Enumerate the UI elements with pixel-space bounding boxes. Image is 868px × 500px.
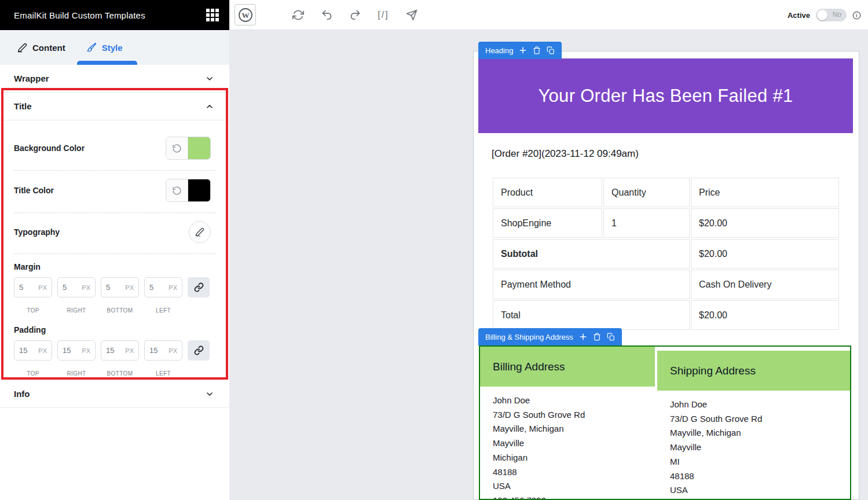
- chevron-up-icon: [205, 102, 214, 111]
- side-label-right: RIGHT: [57, 370, 96, 377]
- typography-edit-button[interactable]: [189, 221, 211, 243]
- header-quantity: Quantity: [603, 178, 690, 207]
- side-label-bottom: BOTTOM: [101, 307, 139, 314]
- padding-right-input[interactable]: [63, 346, 78, 355]
- toolbar-icon-group: [/]: [292, 9, 418, 21]
- background-color-control: [166, 137, 211, 160]
- margin-left-field: PX: [144, 277, 182, 297]
- unit-label: PX: [38, 347, 47, 354]
- order-details-table[interactable]: Product Quantity Price ShopEngine 1 $20.…: [492, 177, 840, 331]
- margin-inputs: PX PX PX PX: [14, 277, 215, 297]
- toolbar-right-group: Active No: [788, 0, 861, 30]
- info-icon[interactable]: [852, 11, 861, 20]
- unit-label: PX: [169, 284, 177, 291]
- active-toggle[interactable]: No: [816, 9, 847, 21]
- delete-element-icon[interactable]: [593, 333, 601, 341]
- section-title[interactable]: Title: [0, 93, 229, 120]
- section-wrapper-label: Wrapper: [14, 73, 49, 83]
- active-tab-indicator: [77, 61, 137, 65]
- delete-element-icon[interactable]: [533, 46, 541, 54]
- margin-top-field: PX: [14, 277, 52, 297]
- cell-price: $20.00: [691, 208, 839, 238]
- duplicate-element-icon[interactable]: [547, 46, 555, 54]
- background-color-label: Background Color: [14, 144, 85, 153]
- title-color-control: [166, 179, 211, 202]
- unit-label: PX: [82, 284, 90, 291]
- margin-right-field: PX: [57, 277, 96, 297]
- reset-icon[interactable]: [166, 179, 188, 201]
- typography-row: Typography: [14, 213, 215, 253]
- unit-label: PX: [38, 284, 47, 291]
- typography-label: Typography: [14, 227, 60, 237]
- padding-bottom-field: PX: [101, 340, 139, 361]
- add-element-icon[interactable]: [519, 46, 527, 54]
- side-label-top: TOP: [14, 307, 52, 314]
- top-toolbar: W [/] Active: [229, 0, 868, 30]
- app-title: EmailKit Build Custom Templates: [14, 10, 145, 20]
- undo-icon[interactable]: [320, 9, 333, 21]
- address-element-badge[interactable]: Billing & Shipping Address: [478, 328, 622, 345]
- address-line: Mayville, Michigan: [670, 426, 851, 440]
- address-line: USA: [493, 479, 655, 494]
- send-test-email-icon[interactable]: [405, 9, 418, 21]
- margin-bottom-field: PX: [101, 277, 139, 297]
- redo-icon[interactable]: [349, 9, 361, 21]
- tab-style-label: Style: [102, 43, 123, 53]
- active-label: Active: [788, 11, 810, 20]
- cell-total-value: $20.00: [691, 300, 839, 330]
- wp-letter: W: [241, 10, 249, 19]
- emailkit-builder-app: EmailKit Build Custom Templates Content …: [0, 0, 868, 500]
- margin-left-input[interactable]: [149, 283, 164, 292]
- tab-content-label: Content: [32, 43, 65, 53]
- side-label-top: TOP: [14, 370, 52, 377]
- settings-sidebar: EmailKit Build Custom Templates Content …: [0, 0, 229, 500]
- tab-content[interactable]: Content: [17, 43, 65, 53]
- apps-grid-icon[interactable]: [206, 9, 219, 21]
- refresh-icon[interactable]: [292, 9, 305, 21]
- unit-label: PX: [125, 347, 134, 354]
- cell-payment-label: Payment Method: [493, 270, 690, 299]
- add-element-icon[interactable]: [579, 333, 587, 341]
- address-line: Mayville: [493, 436, 655, 451]
- padding-top-field: PX: [14, 340, 52, 361]
- title-color-swatch[interactable]: [188, 179, 210, 201]
- address-line: 48188: [493, 465, 655, 480]
- side-label-right: RIGHT: [57, 307, 96, 314]
- header-price: Price: [691, 178, 839, 207]
- padding-side-labels: TOP RIGHT BOTTOM LEFT: [14, 370, 215, 377]
- padding-left-input[interactable]: [149, 346, 164, 355]
- margin-link-values-button[interactable]: [188, 277, 210, 297]
- padding-bottom-input[interactable]: [106, 346, 121, 355]
- reset-icon[interactable]: [166, 137, 188, 159]
- billing-shipping-section[interactable]: Billing Address John Doe 73/D G South Gr…: [479, 345, 851, 500]
- address-line: 73/D G South Grove Rd: [670, 412, 851, 427]
- address-line: Mayville: [670, 440, 851, 455]
- table-row: Total $20.00: [493, 300, 839, 330]
- margin-right-input[interactable]: [63, 283, 78, 292]
- margin-side-labels: TOP RIGHT BOTTOM LEFT: [14, 307, 215, 314]
- duplicate-element-icon[interactable]: [607, 333, 615, 341]
- margin-top-input[interactable]: [19, 283, 34, 292]
- email-heading-block[interactable]: Your Order Has Been Failed #1: [478, 58, 853, 133]
- email-heading-text: Your Order Has Been Failed #1: [538, 86, 793, 106]
- tab-style[interactable]: Style: [86, 42, 123, 53]
- margin-bottom-input[interactable]: [106, 283, 121, 292]
- background-color-swatch[interactable]: [188, 137, 210, 159]
- unit-label: PX: [169, 347, 177, 354]
- address-line: USA: [670, 483, 851, 498]
- table-row: ShopEngine 1 $20.00: [493, 208, 839, 238]
- shortcode-icon[interactable]: [/]: [377, 9, 390, 21]
- padding-top-input[interactable]: [19, 346, 34, 355]
- toggle-knob: [817, 10, 827, 20]
- heading-element-badge[interactable]: Heading: [478, 42, 562, 59]
- main-area: W [/] Active: [229, 0, 868, 500]
- order-info-text[interactable]: [Order #20](2023-11-12 09:49am): [492, 148, 639, 160]
- section-wrapper[interactable]: Wrapper: [0, 65, 229, 93]
- wordpress-dashboard-button[interactable]: W: [235, 4, 256, 25]
- section-info[interactable]: Info: [0, 380, 229, 408]
- shipping-address-lines: John Doe 73/D G South Grove Rd Mayville,…: [657, 391, 851, 500]
- shipping-address-title: Shipping Address: [657, 351, 851, 391]
- margin-label: Margin: [14, 262, 215, 271]
- padding-link-values-button[interactable]: [188, 340, 210, 361]
- shipping-address-column: Shipping Address John Doe 73/D G South G…: [657, 351, 851, 500]
